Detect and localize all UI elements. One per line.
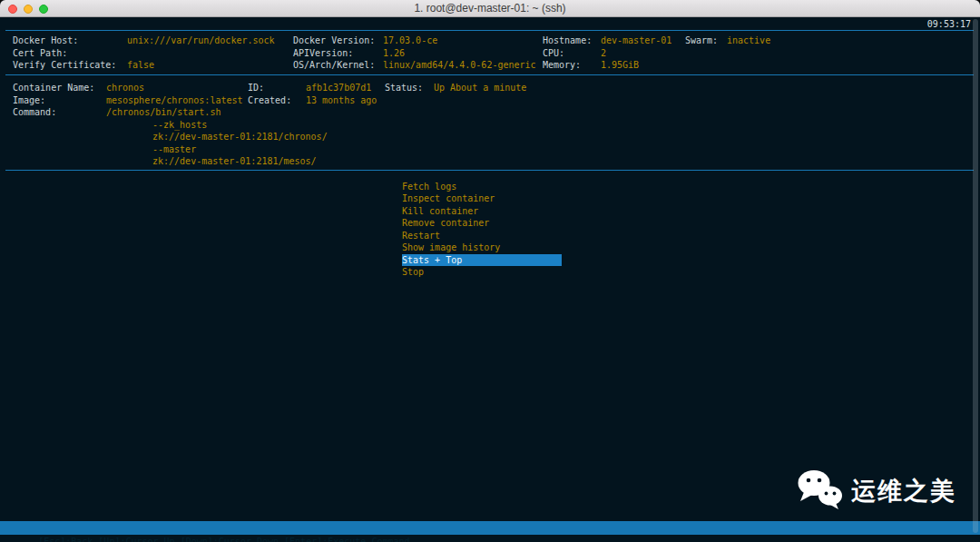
container-name-label: Container Name: bbox=[13, 82, 94, 94]
menu-item-fetch-logs[interactable]: Fetch logs bbox=[402, 181, 562, 193]
divider bbox=[5, 30, 974, 31]
watermark-text: 运维之美 bbox=[851, 475, 956, 508]
status-label: Status: bbox=[385, 82, 423, 94]
menu-item-inspect-container[interactable]: Inspect container bbox=[402, 192, 562, 205]
memory-label: Memory: bbox=[543, 59, 581, 71]
scrollbar[interactable] bbox=[973, 19, 978, 533]
keybinding-hints: [Esc]:Back [Up]:Cursor Up [Down]:Cursor … bbox=[38, 537, 409, 542]
container-id-value: afb1c37b07d1 bbox=[306, 82, 371, 94]
swarm-value: inactive bbox=[727, 34, 770, 46]
menu-item-show-image-history[interactable]: Show image history bbox=[402, 241, 562, 254]
os-kernel-value: linux/amd64/4.4.0-62-generic bbox=[383, 59, 536, 71]
window-titlebar[interactable]: 1. root@dev-master-01: ~ (ssh) bbox=[0, 0, 980, 17]
terminal-screen[interactable]: 09:53:17 Docker Host: unix:///var/run/do… bbox=[0, 17, 980, 542]
api-version-label: APIVersion: bbox=[293, 47, 353, 59]
docker-host-value: unix:///var/run/docker.sock bbox=[127, 34, 275, 46]
container-name-value: chronos bbox=[106, 82, 144, 94]
command-arg: zk://dev-master-01:2181/chronos/ bbox=[152, 131, 328, 143]
divider bbox=[5, 74, 974, 75]
divider bbox=[5, 170, 974, 171]
command-arg: zk://dev-master-01:2181/mesos/ bbox=[152, 155, 317, 167]
hostname-value: dev-master-01 bbox=[601, 34, 671, 46]
command-arg: --master bbox=[152, 143, 196, 155]
keybinding-statusbar: [Esc]:Back [Up]:Cursor Up [Down]:Cursor … bbox=[0, 521, 980, 535]
cpu-value: 2 bbox=[601, 47, 606, 59]
terminal-window: 1. root@dev-master-01: ~ (ssh) 09:53:17 … bbox=[0, 0, 980, 542]
verify-cert-value: false bbox=[127, 59, 154, 71]
cert-path-label: Cert Path: bbox=[13, 47, 67, 59]
command-label: Command: bbox=[13, 106, 56, 118]
created-label: Created: bbox=[248, 94, 291, 106]
memory-value: 1.95GiB bbox=[601, 59, 639, 71]
clock-text: 09:53:17 bbox=[927, 19, 971, 29]
verify-cert-label: Verify Certificate: bbox=[13, 59, 116, 71]
swarm-label: Swarm: bbox=[685, 34, 718, 46]
cpu-label: CPU: bbox=[543, 47, 564, 59]
status-value: Up About a minute bbox=[434, 82, 526, 94]
api-version-value: 1.26 bbox=[383, 47, 405, 59]
command-arg: --zk_hosts bbox=[152, 119, 207, 131]
menu-item-remove-container[interactable]: Remove container bbox=[402, 217, 562, 230]
menu-item-kill-container[interactable]: Kill container bbox=[402, 205, 562, 218]
wechat-icon bbox=[796, 468, 843, 514]
command-value: /chronos/bin/start.sh bbox=[106, 106, 220, 118]
menu-item-stop[interactable]: Stop bbox=[402, 266, 562, 279]
watermark: 运维之美 bbox=[796, 468, 956, 514]
hostname-label: Hostname: bbox=[543, 34, 592, 46]
docker-host-label: Docker Host: bbox=[13, 34, 78, 46]
os-kernel-label: OS/Arch/Kernel: bbox=[293, 59, 375, 71]
docker-version-label: Docker Version: bbox=[293, 34, 375, 46]
image-label: Image: bbox=[13, 94, 45, 106]
created-value: 13 months ago bbox=[306, 94, 377, 106]
docker-version-value: 17.03.0-ce bbox=[383, 34, 437, 46]
menu-item-stats-top[interactable]: Stats + Top bbox=[402, 254, 562, 267]
image-value: mesosphere/chronos:latest bbox=[106, 94, 243, 106]
menu-item-restart[interactable]: Restart bbox=[402, 230, 562, 242]
window-title: 1. root@dev-master-01: ~ (ssh) bbox=[0, 0, 980, 17]
container-id-label: ID: bbox=[248, 82, 264, 94]
